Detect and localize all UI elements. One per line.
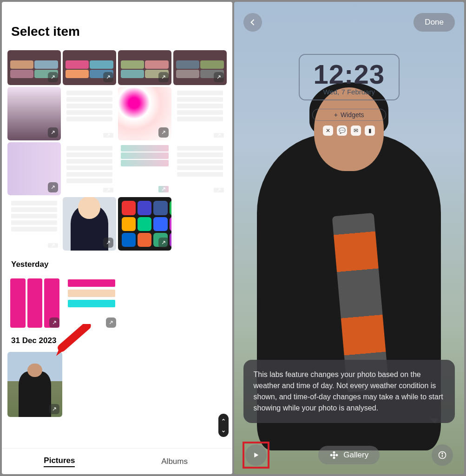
gallery-content: Select item — [2, 2, 232, 448]
expand-icon — [103, 72, 113, 82]
gallery-label: Gallery — [343, 450, 368, 460]
gallery-thumb[interactable] — [7, 276, 62, 331]
gallery-thumb[interactable] — [64, 276, 119, 331]
svg-point-0 — [333, 454, 335, 456]
expand-icon — [48, 182, 58, 192]
gallery-thumb[interactable] — [63, 197, 116, 251]
recent-grid — [7, 50, 227, 251]
svg-point-1 — [333, 451, 335, 454]
gallery-thumb[interactable] — [173, 50, 227, 85]
mail-icon: ✉ — [351, 126, 361, 136]
expand-icon — [214, 133, 224, 138]
svg-point-3 — [330, 454, 333, 456]
empty-slot — [173, 197, 227, 251]
clock-time: 12:23 — [314, 59, 385, 90]
gallery-thumb[interactable] — [118, 197, 171, 251]
yesterday-row — [7, 276, 227, 331]
expand-icon — [103, 133, 113, 138]
gallery-thumb[interactable] — [173, 142, 227, 196]
widgets-label: Widgets — [341, 111, 364, 119]
gallery-thumb[interactable] — [63, 87, 116, 140]
svg-point-7 — [442, 453, 443, 454]
photo-thumb-selected[interactable] — [7, 352, 62, 417]
expand-icon — [48, 243, 58, 248]
expand-icon — [158, 186, 169, 192]
editor-bottom-row: Gallery — [234, 444, 465, 466]
clock-frame[interactable]: 12:23 Wed, 7 February — [299, 54, 400, 100]
expand-icon — [106, 317, 116, 328]
expand-icon — [158, 127, 169, 138]
expand-icon — [48, 127, 58, 138]
done-button[interactable]: Done — [413, 13, 455, 32]
gallery-thumb[interactable] — [118, 87, 171, 140]
expand-icon — [49, 404, 59, 414]
gallery-thumb[interactable] — [63, 142, 116, 196]
gallery-thumb[interactable] — [7, 142, 61, 196]
page-title: Select item — [11, 24, 227, 39]
expand-icon — [214, 72, 224, 82]
labs-info-text: This labs feature changes your photo bas… — [254, 370, 443, 412]
plus-icon: + — [334, 111, 338, 119]
play-preview-button[interactable] — [245, 444, 267, 466]
expand-icon — [158, 72, 169, 82]
bottom-tabs: Pictures Albums — [2, 448, 232, 474]
gallery-thumb[interactable] — [118, 142, 171, 196]
gallery-thumb[interactable] — [7, 197, 61, 251]
tab-albums[interactable]: Albums — [117, 449, 232, 474]
scroll-indicator[interactable] — [218, 414, 229, 437]
tab-pictures[interactable]: Pictures — [2, 449, 117, 474]
back-button[interactable] — [243, 13, 262, 32]
labs-info-tooltip: This labs feature changes your photo bas… — [243, 360, 455, 423]
message-icon: 💬 — [337, 126, 347, 136]
expand-icon — [158, 238, 169, 248]
add-widgets-button[interactable]: + Widgets — [312, 109, 386, 121]
gallery-thumb[interactable] — [7, 87, 61, 140]
clock-date: Wed, 7 February — [314, 88, 385, 96]
lockscreen-editor: Done 12:23 Wed, 7 February + Widgets ✕ 💬… — [234, 2, 465, 474]
gallery-thumb[interactable] — [173, 87, 227, 140]
expand-icon — [48, 72, 58, 82]
gallery-thumb[interactable] — [63, 50, 116, 85]
expand-icon — [103, 238, 113, 248]
gallery-thumb[interactable] — [118, 50, 171, 85]
section-yesterday: Yesterday — [11, 260, 227, 269]
flower-icon — [329, 450, 339, 460]
gallery-thumb[interactable] — [7, 50, 61, 85]
expand-icon — [49, 317, 59, 328]
missed-call-icon: ✕ — [323, 126, 333, 136]
section-dec31: 31 Dec 2023 — [11, 336, 227, 345]
svg-point-2 — [333, 456, 335, 459]
info-button[interactable] — [432, 444, 453, 466]
gallery-picker-screen: Select item — [2, 2, 232, 474]
clock-block: 12:23 Wed, 7 February + Widgets ✕ 💬 ✉ ▮ — [299, 54, 400, 136]
gallery-source-button[interactable]: Gallery — [318, 446, 380, 464]
svg-point-4 — [336, 454, 338, 456]
expand-icon — [214, 188, 224, 192]
editor-topbar: Done — [234, 2, 465, 35]
sim-icon: ▮ — [365, 126, 375, 136]
notification-icons: ✕ 💬 ✉ ▮ — [299, 126, 400, 136]
expand-icon — [103, 188, 113, 192]
